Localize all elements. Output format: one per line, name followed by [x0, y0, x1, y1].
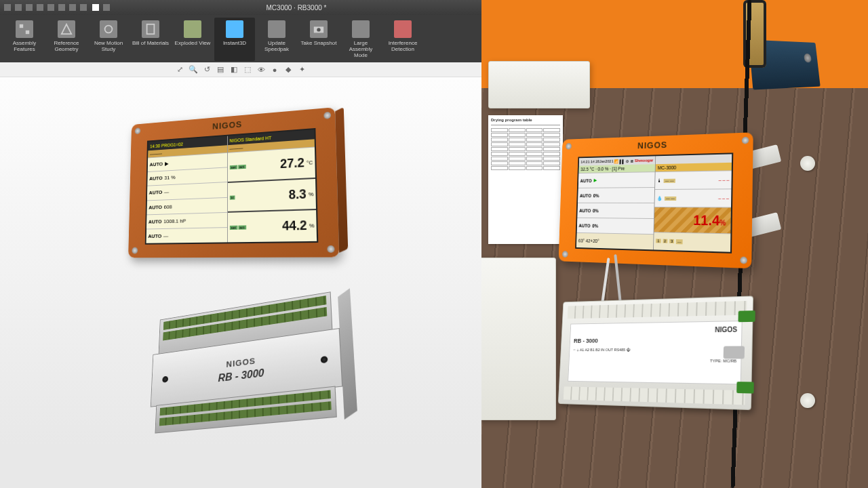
footer-reading: 63° 42+20°	[578, 238, 599, 243]
ribbon-label: Update Speedpak	[258, 40, 296, 52]
qat-new-icon[interactable]	[4, 4, 11, 11]
ribbon-exploded-view[interactable]: Exploded View	[172, 18, 213, 61]
din-model: RB - 3000	[218, 367, 264, 384]
ribbon-label: Exploded View	[175, 40, 211, 46]
main-reading: 11.4	[693, 212, 720, 228]
graphics-viewport[interactable]: NIGOS 14:30 PROG1=02 ——— AUTO▶ AUTO31 % …	[0, 77, 481, 488]
terminal-block-icon	[738, 310, 755, 322]
qat-redo-icon[interactable]	[58, 4, 65, 11]
view-orient-icon[interactable]: ⬚	[243, 65, 252, 75]
ribbon-large-assembly[interactable]: Large Assembly Mode	[340, 18, 381, 61]
geometry-icon	[58, 20, 75, 38]
qat-open-icon[interactable]	[15, 4, 22, 11]
panel-brand: NIGOS	[562, 136, 753, 152]
mounted-din-controller: NIGOS RB - 3000 ⎓ ⏚ A1 A2 B1 B2 IN OUT R…	[558, 296, 753, 410]
heads-up-toolbar[interactable]: ⤢ 🔍 ↺ ▤ ◧ ⬚ 👁 ● ◆ ✦	[0, 62, 481, 77]
bom-icon	[142, 20, 159, 38]
screw-icon	[740, 257, 747, 264]
din-type: TYPE: MC/RB	[573, 359, 737, 363]
zoom-fit-icon[interactable]: ⤢	[175, 65, 184, 75]
panel-bezel: NIGOS 14:30 PROG1=02 ——— AUTO▶ AUTO31 % …	[128, 107, 339, 258]
cable-clip	[800, 393, 815, 408]
model-din-controller[interactable]: NIGOS RB - 3000	[149, 291, 344, 443]
assembly-icon	[16, 20, 33, 38]
qat-save-icon[interactable]	[26, 4, 33, 11]
spec-sheet: Drying program table	[488, 115, 563, 244]
din-brand: NIGOS	[574, 325, 738, 335]
mounted-hmi-panel: NIGOS 14:21:14 28Jan2021 📶 ▌▌ ⚙ 🖥 Shmoog…	[559, 132, 753, 268]
select-icon[interactable]	[92, 4, 99, 11]
din-brand: NIGOS	[226, 356, 255, 369]
ribbon-update-speedpak[interactable]: Update Speedpak	[256, 18, 297, 61]
ribbon-instant3d[interactable]: Instant3D	[214, 18, 255, 61]
ribbon-label: Assembly Features	[5, 40, 43, 52]
clock: 14:21:14 28Jan2021	[580, 159, 613, 164]
enclosure	[481, 258, 556, 420]
prev-view-icon[interactable]: ↺	[202, 65, 212, 75]
ribbon-label: New Motion Study	[90, 40, 127, 52]
hide-show-icon[interactable]: 👁	[256, 65, 266, 75]
enclosure	[488, 61, 590, 108]
camera-icon	[310, 20, 328, 38]
terminal-block-icon	[736, 382, 754, 394]
display-style-icon[interactable]: ◧	[229, 65, 239, 75]
ribbon-label: Instant3D	[223, 40, 246, 46]
document-title: MC3000 · RB3000 *	[115, 4, 477, 12]
instant3d-icon	[226, 20, 243, 38]
appearance-icon[interactable]: ●	[270, 65, 279, 75]
ribbon-label: Take Snapshot	[301, 40, 337, 46]
din-label: NIGOS RB - 3000 ⎓ ⏚ A1 A2 B1 B2 IN OUT R…	[568, 321, 742, 384]
render-icon[interactable]: ✦	[297, 65, 307, 75]
serial-port-icon	[724, 346, 745, 359]
interference-icon	[394, 20, 412, 38]
motion-icon	[100, 20, 117, 38]
svg-rect-3	[147, 24, 155, 34]
ribbon-label: Reference Geometry	[47, 40, 85, 52]
cad-app: MC3000 · RB3000 * Assembly Features Refe…	[0, 0, 481, 488]
section-icon[interactable]: ▤	[216, 65, 225, 75]
cursor-tools[interactable]	[92, 4, 110, 11]
svg-point-2	[105, 26, 113, 33]
ribbon-bill-of-materials[interactable]: Bill of Materials	[130, 18, 171, 61]
qat-undo-icon[interactable]	[47, 4, 54, 11]
qat-options-icon[interactable]	[80, 4, 87, 11]
ribbon-interference[interactable]: Interference Detection	[382, 18, 423, 61]
svg-rect-0	[20, 24, 23, 28]
cable-clip	[800, 156, 815, 171]
speedpak-icon	[268, 20, 285, 38]
exploded-icon	[184, 20, 201, 38]
ribbon-label: Large Assembly Mode	[342, 40, 380, 58]
ribbon: Assembly Features Reference Geometry New…	[0, 15, 481, 62]
large-assembly-icon	[352, 20, 370, 38]
screw-icon	[132, 247, 138, 254]
scene-icon[interactable]: ◆	[283, 65, 293, 75]
jack-icon	[321, 356, 328, 363]
svg-rect-1	[26, 30, 29, 34]
jack-icon	[162, 376, 168, 383]
ribbon-take-snapshot[interactable]: Take Snapshot	[298, 18, 339, 61]
ribbon-motion-study[interactable]: New Motion Study	[88, 18, 129, 61]
pan-icon[interactable]	[103, 4, 110, 11]
din-depth	[338, 288, 357, 420]
photograph: Drying program table NIGOS 14:21:14 28Ja…	[481, 0, 868, 488]
ribbon-label: Bill of Materials	[132, 40, 169, 46]
qat-print-icon[interactable]	[37, 4, 43, 11]
titlebar: MC3000 · RB3000 *	[0, 0, 481, 15]
username: Shmoogar	[635, 158, 654, 163]
screw-icon	[327, 245, 334, 253]
ribbon-assembly-features[interactable]: Assembly Features	[4, 18, 45, 61]
screw-icon	[562, 251, 568, 258]
terminal-row	[568, 301, 747, 319]
model-hmi-panel[interactable]: NIGOS 14:30 PROG1=02 ——— AUTO▶ AUTO31 % …	[128, 107, 339, 258]
panel-screen: 14:30 PROG1=02 ——— AUTO▶ AUTO31 % AUTO— …	[145, 128, 319, 245]
din-model: RB - 3000	[574, 336, 737, 344]
svg-point-5	[317, 28, 320, 31]
zoom-area-icon[interactable]: 🔍	[189, 65, 198, 75]
qat[interactable]	[4, 4, 87, 11]
terminal-row	[564, 386, 745, 405]
qat-rebuild-icon[interactable]	[69, 4, 76, 11]
ribbon-label: Interference Detection	[384, 40, 422, 52]
ribbon-reference-geometry[interactable]: Reference Geometry	[46, 18, 87, 61]
